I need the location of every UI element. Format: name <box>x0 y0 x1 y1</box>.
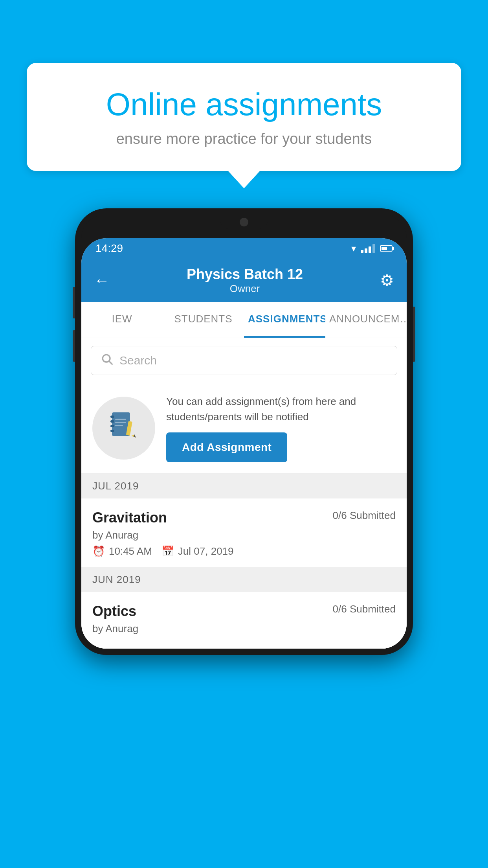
assignment-submitted-optics: 0/6 Submitted <box>333 603 396 615</box>
promo-right: You can add assignment(s) from here and … <box>166 394 396 462</box>
signal-bar-2 <box>365 248 367 253</box>
tab-assignments[interactable]: ASSIGNMENTS <box>244 302 325 338</box>
search-icon <box>101 353 113 368</box>
app-header: ← Physics Batch 12 Owner ⚙ <box>81 259 407 302</box>
signal-bars <box>361 244 375 253</box>
settings-icon[interactable]: ⚙ <box>380 271 394 289</box>
add-assignment-promo: You can add assignment(s) from here and … <box>81 383 407 474</box>
assignment-name-optics: Optics <box>92 603 136 620</box>
assignment-by-optics: by Anurag <box>92 623 396 635</box>
tabs-container: IEW STUDENTS ASSIGNMENTS ANNOUNCEM… <box>81 302 407 338</box>
bubble-subtitle: ensure more practice for your students <box>54 131 434 147</box>
promo-text: You can add assignment(s) from here and … <box>166 394 396 425</box>
svg-line-1 <box>109 361 112 364</box>
month-header-jul: JUL 2019 <box>81 474 407 498</box>
phone-notch <box>220 215 268 229</box>
add-assignment-button[interactable]: Add Assignment <box>166 432 287 462</box>
bubble-title: Online assignments <box>54 86 434 123</box>
assignment-meta-gravitation: ⏰ 10:45 AM 📅 Jul 07, 2019 <box>92 545 396 557</box>
signal-bar-3 <box>369 246 371 253</box>
svg-rect-6 <box>110 430 114 432</box>
volume-down-button <box>73 330 75 362</box>
screen-content: Search <box>81 338 407 649</box>
assignment-item-optics[interactable]: Optics 0/6 Submitted by Anurag <box>81 592 407 649</box>
svg-rect-9 <box>115 425 123 426</box>
battery-fill <box>382 247 387 250</box>
status-time: 14:29 <box>95 242 123 255</box>
phone-outer: 14:29 ▾ <box>75 208 413 655</box>
header-title-area: Physics Batch 12 Owner <box>187 266 303 295</box>
speech-bubble-container: Online assignments ensure more practice … <box>27 63 461 171</box>
svg-rect-3 <box>110 416 114 418</box>
tab-iew[interactable]: IEW <box>81 302 163 338</box>
assignment-icon-circle <box>92 397 155 460</box>
assignment-by-gravitation: by Anurag <box>92 529 396 541</box>
calendar-icon: 📅 <box>161 545 174 557</box>
battery-icon <box>380 245 393 252</box>
clock-icon: ⏰ <box>92 545 105 557</box>
assignment-time-gravitation: ⏰ 10:45 AM <box>92 545 152 557</box>
svg-rect-7 <box>115 419 126 420</box>
search-box[interactable]: Search <box>91 346 397 375</box>
assignment-date-gravitation: 📅 Jul 07, 2019 <box>161 545 234 557</box>
status-bar: 14:29 ▾ <box>81 238 407 259</box>
search-container: Search <box>81 338 407 383</box>
assignment-name-gravitation: Gravitation <box>92 509 167 526</box>
back-button[interactable]: ← <box>94 272 110 289</box>
status-icons: ▾ <box>351 243 393 254</box>
assignment-item-gravitation[interactable]: Gravitation 0/6 Submitted by Anurag ⏰ 10… <box>81 498 407 567</box>
tab-students[interactable]: STUDENTS <box>163 302 244 338</box>
signal-bar-1 <box>361 250 363 253</box>
tab-announcements[interactable]: ANNOUNCEM… <box>325 302 407 338</box>
search-placeholder: Search <box>119 354 157 367</box>
phone-container: 14:29 ▾ <box>75 208 413 655</box>
svg-rect-5 <box>110 425 114 427</box>
assignment-top-row: Gravitation 0/6 Submitted <box>92 509 396 526</box>
phone-camera <box>240 218 248 226</box>
speech-bubble: Online assignments ensure more practice … <box>27 63 461 171</box>
assignment-submitted-gravitation: 0/6 Submitted <box>333 509 396 522</box>
header-title: Physics Batch 12 <box>187 266 303 283</box>
month-header-jun: JUN 2019 <box>81 567 407 592</box>
svg-rect-4 <box>110 420 114 423</box>
svg-rect-8 <box>115 422 126 423</box>
signal-bar-4 <box>372 244 375 253</box>
phone-screen: 14:29 ▾ <box>81 238 407 649</box>
notebook-icon <box>108 409 139 447</box>
assignment-top-row-optics: Optics 0/6 Submitted <box>92 603 396 620</box>
volume-up-button <box>73 287 75 318</box>
phone-top-bar <box>81 215 407 238</box>
wifi-icon: ▾ <box>351 243 356 254</box>
header-subtitle: Owner <box>187 283 303 295</box>
power-button <box>413 307 415 362</box>
